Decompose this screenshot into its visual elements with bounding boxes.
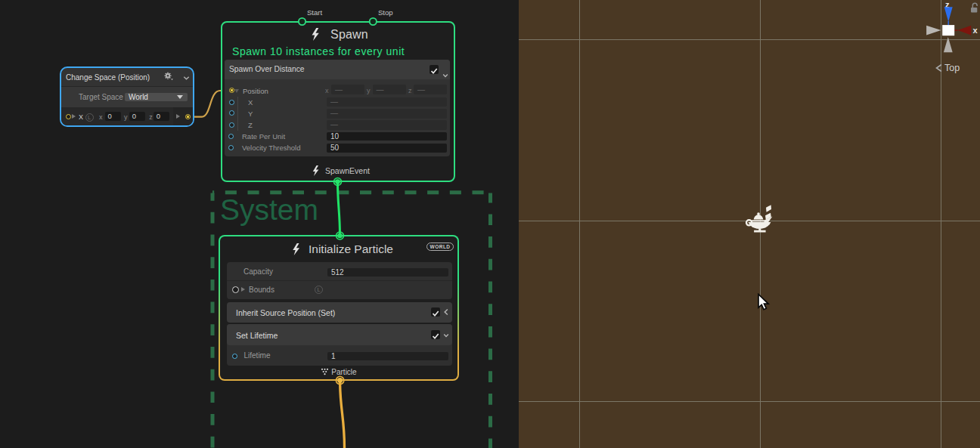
svg-text:x: x bbox=[973, 26, 978, 35]
